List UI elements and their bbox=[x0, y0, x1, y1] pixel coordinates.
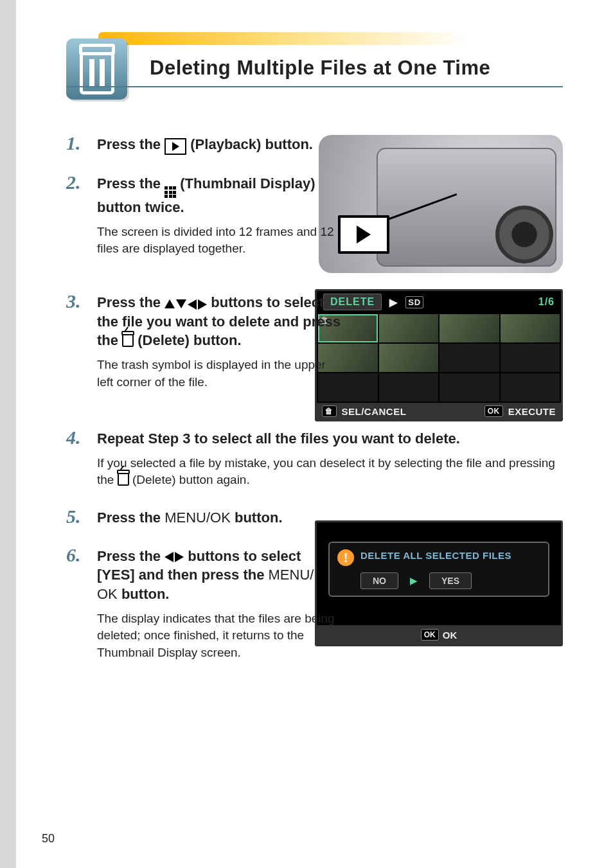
step-5: Press the MENU/OK button. bbox=[66, 508, 563, 527]
delete-icon bbox=[122, 334, 134, 347]
step-2-head: Press the (Thumbnail Display) button twi… bbox=[97, 174, 341, 217]
ok-button-indicator: OK bbox=[484, 405, 503, 417]
menu-label: MENU/ bbox=[269, 565, 314, 585]
step-4: Repeat Step 3 to select all the files yo… bbox=[66, 429, 563, 489]
page-title: Deleting Multiple Files at One Time bbox=[66, 39, 563, 87]
screen1-footer-right: EXECUTE bbox=[508, 406, 556, 417]
step-3-body: The trash symbol is displayed in the upp… bbox=[97, 357, 341, 391]
left-right-arrows-icon bbox=[164, 552, 184, 562]
screen1-footer: 🗑 SEL/CANCEL OK EXECUTE bbox=[317, 403, 561, 420]
step-4-head: Repeat Step 3 to select all the files yo… bbox=[97, 429, 563, 448]
step-6: Press the buttons to select [YES] and th… bbox=[66, 547, 563, 662]
four-way-arrows-icon bbox=[164, 299, 207, 310]
step-4-body: If you selected a file by mistake, you c… bbox=[97, 455, 563, 489]
step-3: Press the buttons to select the file you… bbox=[66, 293, 563, 391]
thumbnail-display-icon bbox=[164, 186, 176, 198]
page-header: Deleting Multiple Files at One Time bbox=[66, 39, 563, 100]
step-6-body: The display indicates that the files are… bbox=[97, 610, 341, 662]
trash-button-indicator: 🗑 bbox=[322, 405, 337, 417]
step-2: Press the (Thumbnail Display) button twi… bbox=[66, 174, 563, 258]
menu-ok-label: MENU/OK bbox=[164, 508, 231, 527]
playback-icon bbox=[164, 138, 186, 155]
delete-icon bbox=[118, 473, 129, 486]
step-2-body: The screen is divided into 12 frames and… bbox=[97, 224, 341, 258]
step-3-head: Press the buttons to select the file you… bbox=[97, 293, 341, 350]
step-1-head: Press the (Playback) button. bbox=[97, 135, 341, 155]
screen1-footer-left: SEL/CANCEL bbox=[342, 406, 407, 417]
page-number: 50 bbox=[42, 832, 55, 846]
step-1: Press the (Playback) button. bbox=[66, 135, 563, 155]
step-5-head: Press the MENU/OK button. bbox=[97, 508, 563, 527]
step-6-head: Press the buttons to select [YES] and th… bbox=[97, 547, 341, 604]
ok-label: OK bbox=[97, 585, 118, 604]
play-icon bbox=[172, 142, 179, 151]
